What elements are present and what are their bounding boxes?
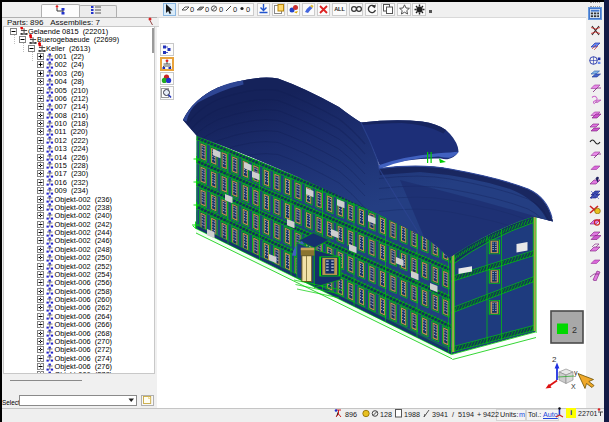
svg-text:2: 2 (572, 325, 577, 335)
svg-text:0: 0 (233, 5, 237, 14)
svg-text:X: X (571, 383, 576, 390)
svg-text:0: 0 (190, 5, 194, 14)
svg-text:0: 0 (246, 5, 250, 14)
svg-text:0: 0 (205, 5, 209, 14)
svg-text:0: 0 (219, 5, 223, 14)
svg-text:2: 2 (552, 355, 557, 364)
